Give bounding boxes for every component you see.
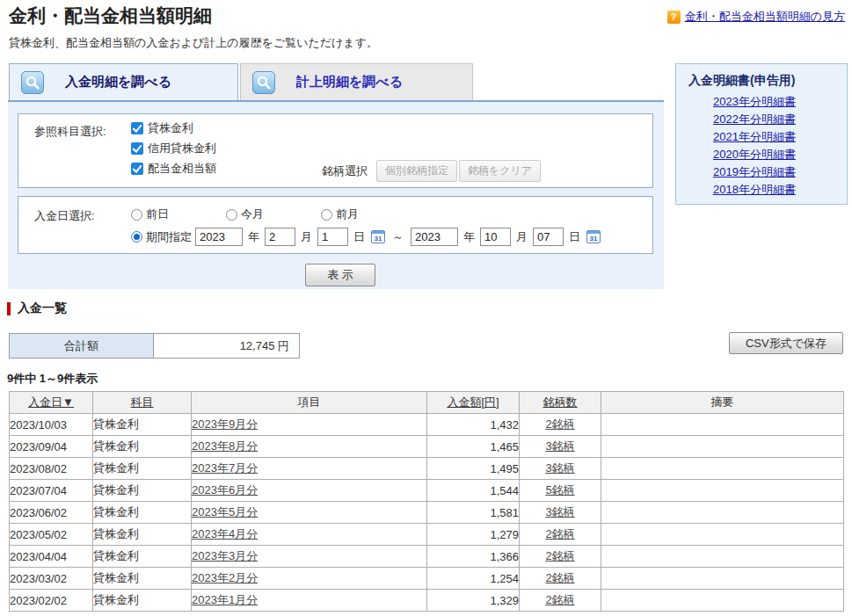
- page: 金利・配当金相当額明細 ? 金利・配当金相当額明細の見方 貸株金利、配当金相当額…: [0, 0, 852, 616]
- help-link[interactable]: 金利・配当金相当額明細の見方: [685, 9, 845, 25]
- checkbox-checked-icon: [131, 142, 143, 155]
- radio-period-selected[interactable]: [131, 231, 142, 243]
- header-amount[interactable]: 入金額[円]: [427, 392, 520, 414]
- cell-symbol-count-link[interactable]: 2銘柄: [545, 593, 574, 606]
- cell-item-link[interactable]: 2023年5月分: [192, 505, 258, 518]
- month-unit-label: 月: [299, 229, 314, 245]
- sidebar-year-link[interactable]: 2022年分明細書: [713, 112, 847, 127]
- cell-item: 2023年6月分: [192, 480, 427, 502]
- cell-item-link[interactable]: 2023年4月分: [192, 527, 258, 540]
- clear-symbol-button[interactable]: 銘柄をクリア: [459, 160, 541, 182]
- cell-subject: 貸株金利: [93, 590, 192, 612]
- to-day-input[interactable]: [533, 228, 564, 246]
- cell-item-link[interactable]: 2023年8月分: [192, 439, 258, 453]
- calendar-icon[interactable]: 31: [371, 230, 385, 243]
- radio-previous-day[interactable]: 前日: [131, 207, 226, 222]
- sidebar-title: 入金明細書(申告用): [688, 73, 847, 89]
- tab-accrual-details[interactable]: 計上明細を調べる: [240, 63, 473, 100]
- cell-symbol-count-link[interactable]: 3銘柄: [545, 505, 574, 518]
- cell-amount: 1,465: [427, 436, 520, 458]
- cell-item: 2023年7月分: [192, 458, 427, 480]
- cell-symbol-count: 3銘柄: [520, 502, 601, 524]
- period-separator: ～: [389, 229, 407, 245]
- total-label: 合計額: [10, 334, 154, 358]
- cell-item-link[interactable]: 2023年7月分: [192, 461, 258, 475]
- checkbox-label: 配当金相当額: [148, 161, 216, 177]
- date-select-label: 入金日選択:: [34, 208, 95, 224]
- checkbox-checked-icon: [131, 163, 143, 175]
- cell-item-link[interactable]: 2023年9月分: [192, 417, 258, 431]
- cell-item-link[interactable]: 2023年1月分: [192, 593, 258, 606]
- sidebar-year-link[interactable]: 2019年分明細書: [713, 164, 847, 180]
- page-subtitle: 貸株金利、配当金相当額の入金および計上の履歴をご覧いただけます。: [9, 35, 378, 51]
- cell-symbol-count: 2銘柄: [520, 414, 601, 436]
- table-row: 2023/05/02貸株金利2023年4月分1,2792銘柄: [10, 524, 844, 546]
- checkbox-checked-icon: [131, 122, 143, 134]
- sidebar-year-link[interactable]: 2018年分明細書: [713, 182, 847, 198]
- cell-subject: 貸株金利: [93, 568, 192, 590]
- cell-deposit-date: 2023/10/03: [10, 414, 93, 436]
- date-select-box: 入金日選択: 前日 今月 前月 期間指定 年: [18, 196, 653, 254]
- deposit-table: 入金日▼ 科目 項目 入金額[円] 銘柄数 摘要 2023/10/03貸株金利2…: [9, 391, 844, 612]
- cell-subject: 貸株金利: [93, 502, 192, 524]
- cell-amount: 1,279: [427, 524, 520, 546]
- sidebar-year-link[interactable]: 2021年分明細書: [713, 129, 847, 145]
- radio-previous-month[interactable]: 前月: [321, 207, 416, 222]
- checkbox-label: 信用貸株金利: [148, 141, 216, 156]
- checkbox-margin-loan-stock-interest[interactable]: 信用貸株金利: [131, 141, 216, 156]
- cell-note: [601, 590, 844, 612]
- cell-item: 2023年3月分: [192, 546, 427, 568]
- cell-symbol-count-link[interactable]: 3銘柄: [545, 439, 574, 453]
- cell-symbol-count-link[interactable]: 2銘柄: [545, 571, 574, 584]
- tab-deposit-details[interactable]: 入金明細を調べる: [9, 63, 238, 100]
- header-subject[interactable]: 科目: [93, 392, 192, 414]
- header-symbol-count[interactable]: 銘柄数: [520, 392, 601, 414]
- header-item: 項目: [192, 392, 427, 414]
- cell-symbol-count: 3銘柄: [520, 436, 601, 458]
- cell-symbol-count-link[interactable]: 2銘柄: [545, 417, 574, 431]
- cell-symbol-count-link[interactable]: 2銘柄: [545, 549, 574, 562]
- section-accent-bar: [7, 302, 11, 315]
- individual-symbol-button[interactable]: 個別銘柄指定: [376, 160, 457, 182]
- sidebar-year-link[interactable]: 2020年分明細書: [713, 147, 847, 163]
- total-value: 12,745 円: [154, 334, 299, 358]
- sidebar-year-link[interactable]: 2023年分明細書: [713, 94, 847, 110]
- deposit-list-header: 入金一覧: [7, 301, 67, 316]
- day-unit-label: 日: [567, 229, 582, 245]
- cell-note: [601, 546, 844, 568]
- magnifier-icon: [21, 71, 44, 94]
- to-month-input[interactable]: [480, 228, 511, 246]
- checkbox-loan-stock-interest[interactable]: 貸株金利: [131, 120, 216, 136]
- from-month-input[interactable]: [265, 228, 295, 246]
- help-icon[interactable]: ?: [667, 11, 681, 24]
- cell-amount: 1,329: [427, 590, 520, 612]
- cell-symbol-count-link[interactable]: 2銘柄: [545, 527, 574, 540]
- to-year-input[interactable]: [411, 228, 458, 246]
- cell-symbol-count: 2銘柄: [520, 590, 601, 612]
- magnifier-icon: [252, 71, 275, 94]
- header-deposit-date-sorted[interactable]: 入金日▼: [10, 392, 93, 414]
- table-row: 2023/08/02貸株金利2023年7月分1,4953銘柄: [10, 458, 844, 480]
- radio-icon: [321, 209, 332, 221]
- cell-item-link[interactable]: 2023年3月分: [192, 549, 258, 562]
- from-day-input[interactable]: [317, 228, 348, 246]
- cell-item: 2023年9月分: [192, 414, 427, 436]
- cell-symbol-count-link[interactable]: 3銘柄: [545, 461, 574, 475]
- cell-amount: 1,581: [427, 502, 520, 524]
- radio-label: 期間指定: [146, 229, 192, 245]
- cell-symbol-count-link[interactable]: 5銘柄: [545, 483, 574, 496]
- csv-save-button[interactable]: CSV形式で保存: [729, 332, 843, 354]
- header-note: 摘要: [601, 392, 844, 414]
- statement-sidebar: 入金明細書(申告用) 2023年分明細書2022年分明細書2021年分明細書20…: [675, 63, 848, 205]
- display-button[interactable]: 表 示: [305, 264, 375, 286]
- checkbox-dividend-equivalent[interactable]: 配当金相当額: [131, 161, 216, 177]
- from-year-input[interactable]: [195, 228, 243, 246]
- radio-label: 今月: [241, 207, 264, 222]
- calendar-icon[interactable]: 31: [586, 230, 601, 243]
- cell-item-link[interactable]: 2023年6月分: [192, 483, 258, 496]
- radio-label: 前月: [336, 207, 359, 222]
- cell-item-link[interactable]: 2023年2月分: [192, 571, 258, 584]
- cell-deposit-date: 2023/02/02: [10, 590, 93, 612]
- cell-deposit-date: 2023/04/04: [10, 546, 93, 568]
- radio-this-month[interactable]: 今月: [226, 207, 321, 222]
